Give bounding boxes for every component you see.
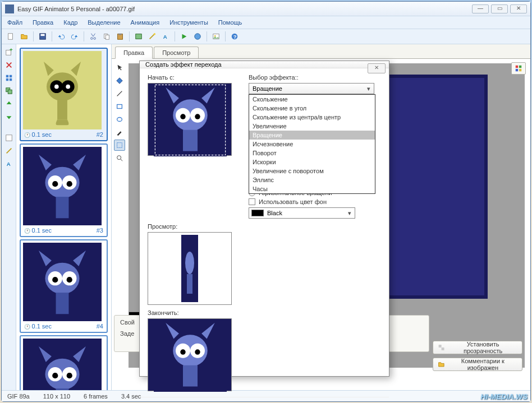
- frame-index: #2: [97, 131, 103, 138]
- copy-icon[interactable]: [101, 31, 112, 42]
- titlebar: Easy GIF Animator 5 Personal - a00077.gi…: [2, 2, 530, 16]
- end-preview: [148, 318, 232, 391]
- end-label: Закончить:: [148, 309, 237, 316]
- line-icon[interactable]: [114, 88, 125, 99]
- text-a2-icon[interactable]: A: [3, 158, 15, 169]
- use-bgcolor-checkbox[interactable]: Использовать цвет фон: [249, 198, 381, 205]
- svg-rect-19: [6, 78, 8, 81]
- open-icon[interactable]: [19, 31, 30, 42]
- effect-combobox[interactable]: Вращение Скольжение Скольжение в угол Ск…: [249, 83, 374, 94]
- move-down-icon[interactable]: [3, 111, 15, 122]
- redo-icon[interactable]: [69, 31, 80, 42]
- effect-option[interactable]: Часы: [249, 184, 375, 193]
- menu-file[interactable]: Файл: [5, 18, 25, 27]
- bgcolor-combobox[interactable]: Black: [249, 207, 355, 219]
- svg-text:A: A: [163, 34, 167, 40]
- svg-text:+: +: [9, 48, 12, 53]
- marquee-icon[interactable]: [114, 140, 125, 151]
- effect-option[interactable]: Скольжение: [249, 95, 375, 104]
- effect-option[interactable]: Увеличение: [249, 122, 375, 131]
- set-transparency-button[interactable]: Установить прозрачность: [433, 341, 522, 354]
- svg-rect-23: [6, 135, 12, 141]
- effect-option[interactable]: Поворот: [249, 149, 375, 158]
- minimize-button[interactable]: —: [472, 4, 489, 13]
- svg-point-10: [195, 34, 201, 40]
- play-icon[interactable]: [178, 31, 190, 42]
- dialog-title: Создать эффект перехода: [145, 61, 222, 68]
- pointer-icon[interactable]: [114, 62, 125, 73]
- effect-option-selected[interactable]: Вращение: [249, 131, 375, 140]
- globe-icon[interactable]: [192, 31, 203, 42]
- fill-icon[interactable]: [114, 75, 125, 86]
- set-transparency-label: Установить прозрачность: [448, 341, 517, 354]
- comments-button[interactable]: Комментарии к изображен: [433, 358, 522, 371]
- rect-icon[interactable]: [114, 101, 125, 112]
- delete-frame-icon[interactable]: [3, 59, 15, 71]
- frame-item[interactable]: 0.1 sec#4: [20, 239, 108, 333]
- window-title: Easy GIF Animator 5 Personal - a00077.gi…: [17, 6, 472, 12]
- ellipse-icon[interactable]: [114, 114, 125, 125]
- paste-icon[interactable]: [114, 31, 126, 42]
- status-format: GIF 89a: [7, 393, 30, 400]
- new-icon[interactable]: [5, 31, 16, 42]
- zoom-icon[interactable]: [114, 152, 125, 164]
- svg-point-41: [67, 277, 72, 282]
- status-duration: 3.4 sec: [121, 393, 141, 400]
- wand-icon[interactable]: [146, 31, 158, 42]
- use-bgcolor-label: Использовать цвет фон: [259, 198, 327, 205]
- svg-point-8: [154, 33, 156, 35]
- effect-option[interactable]: Скольжение в угол: [249, 104, 375, 113]
- select-all-icon[interactable]: [3, 72, 15, 84]
- wand2-icon[interactable]: [3, 145, 15, 156]
- svg-point-68: [185, 252, 194, 274]
- frame-duration: 0.1 sec: [24, 131, 52, 138]
- effect-option[interactable]: Скольжение из центра/в центр: [249, 113, 375, 122]
- edit-frame-icon[interactable]: [3, 132, 15, 143]
- watermark: HI-MEDIA.WS: [480, 392, 528, 401]
- frame-thumbnail: [23, 243, 102, 321]
- cut-icon[interactable]: [88, 31, 99, 42]
- tab-edit[interactable]: Правка: [115, 47, 153, 59]
- frame-item[interactable]: 0.1 sec#2: [20, 48, 108, 141]
- dialog-close-button[interactable]: ✕: [368, 63, 386, 73]
- color-panel-icon[interactable]: [511, 62, 526, 75]
- move-up-icon[interactable]: [3, 98, 15, 109]
- frame-toolbar: + A: [2, 44, 16, 390]
- add-frame-icon[interactable]: +: [3, 47, 15, 58]
- frame-item[interactable]: 0.1 sec#3: [20, 143, 108, 237]
- frame-list[interactable]: 0.1 sec#2 0.1 sec#3 0.1 sec#4: [16, 44, 112, 390]
- effect-option[interactable]: Эллипс: [249, 175, 375, 184]
- tab-preview[interactable]: Просмотр: [154, 47, 199, 58]
- eyedropper-icon[interactable]: [114, 127, 125, 138]
- svg-rect-4: [106, 35, 109, 39]
- menu-frame[interactable]: Кадр: [61, 18, 80, 27]
- app-icon: [5, 4, 14, 13]
- effect-option[interactable]: Искорки: [249, 158, 375, 166]
- effect-option[interactable]: Исчезновение: [249, 140, 375, 149]
- duplicate-icon[interactable]: [3, 85, 15, 96]
- svg-rect-48: [56, 388, 69, 390]
- close-button[interactable]: ✕: [510, 4, 527, 13]
- svg-rect-56: [519, 69, 521, 71]
- svg-point-74: [180, 349, 185, 354]
- maximize-button[interactable]: ▭: [491, 4, 508, 13]
- svg-rect-69: [187, 274, 192, 294]
- picture-icon[interactable]: [210, 31, 222, 42]
- menu-help[interactable]: Помощь: [216, 18, 245, 27]
- menu-tools[interactable]: Инструменты: [167, 18, 210, 27]
- undo-icon[interactable]: [56, 31, 67, 42]
- frame-index: #3: [97, 227, 103, 234]
- svg-rect-51: [117, 143, 122, 148]
- menu-selection[interactable]: Выделение: [85, 18, 122, 27]
- effect-option[interactable]: Увеличение с поворотом: [249, 166, 375, 175]
- frame-item[interactable]: [20, 335, 108, 390]
- menu-edit[interactable]: Правка: [30, 18, 56, 27]
- svg-rect-53: [516, 66, 518, 68]
- frame-thumbnail: [23, 51, 102, 129]
- save-icon[interactable]: [37, 31, 48, 42]
- image-icon[interactable]: [133, 31, 144, 42]
- help-icon[interactable]: ?: [229, 31, 240, 42]
- menu-animation[interactable]: Анимация: [129, 18, 162, 27]
- text-a-icon[interactable]: A: [160, 31, 171, 42]
- svg-rect-36: [56, 197, 69, 218]
